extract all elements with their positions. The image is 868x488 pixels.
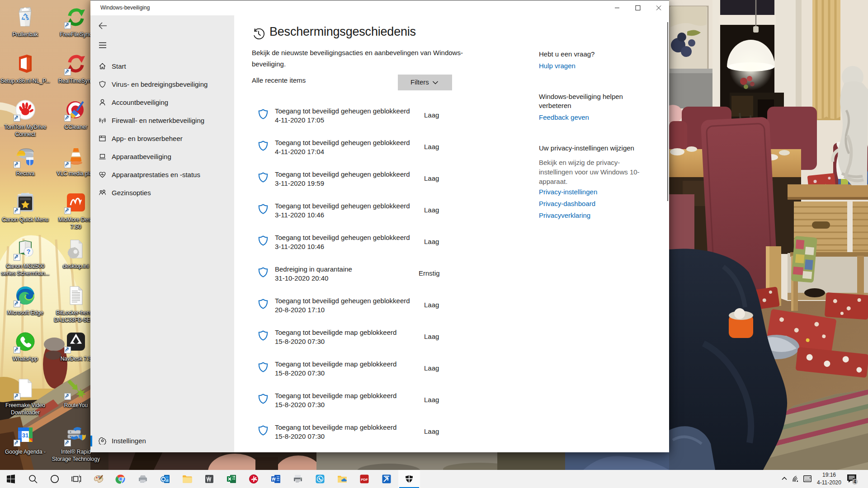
svg-text:?: ?	[27, 248, 31, 255]
svg-text:4: 4	[854, 479, 856, 484]
svg-text:PDF: PDF	[361, 478, 368, 482]
svg-text:31: 31	[22, 432, 28, 439]
